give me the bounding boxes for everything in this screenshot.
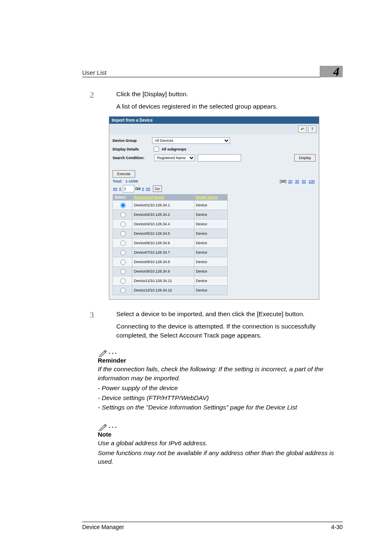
page-size-100[interactable]: 100 xyxy=(309,179,315,183)
table-row: Device09/10.128.34.9Device xyxy=(113,267,228,276)
row-registered-name: Device09/10.128.34.9 xyxy=(132,267,194,276)
reminder-icon: ... xyxy=(98,345,343,357)
page-size-50[interactable]: 50 xyxy=(302,179,306,183)
page-footer: Device Manager 4-30 xyxy=(82,522,343,530)
row-registered-name: Device02/10.128.34.2 xyxy=(132,210,194,220)
row-radio[interactable] xyxy=(120,250,126,255)
row-model-name: Device xyxy=(194,267,227,276)
device-group-label: Device Group xyxy=(113,139,150,143)
screenshot-toolbar: ↶ ? xyxy=(109,124,319,134)
col-model-name[interactable]: Model Name xyxy=(194,194,227,201)
step2-line1: Click the [Display] button. xyxy=(116,90,343,99)
note-icon: ... xyxy=(98,419,343,431)
row-registered-name: Device04/10.128.34.4 xyxy=(132,220,194,229)
row-model-name: Device xyxy=(194,276,227,286)
screenshot-results: Execute Total: 1-10/99 [10] 20 30 50 100 xyxy=(109,167,319,299)
row-registered-name: Device05/10.128.34.5 xyxy=(132,229,194,238)
back-button[interactable]: ↶ xyxy=(298,125,307,133)
reminder-b2: - Device settings (FTP/HTTP/WebDAV) xyxy=(98,393,343,402)
all-subgroups-label: All subgroups xyxy=(161,147,187,151)
device-table: Select Registered Name Model Name Device… xyxy=(113,194,228,295)
row-model-name: Device xyxy=(194,248,227,257)
row-radio[interactable] xyxy=(120,231,126,236)
page-size-20[interactable]: 20 xyxy=(288,179,292,183)
row-radio[interactable] xyxy=(120,222,126,227)
display-details-label: Display Details xyxy=(113,147,150,151)
row-model-name: Device xyxy=(194,201,227,210)
table-row: Device04/10.128.34.4Device xyxy=(113,220,228,229)
pager-current-input[interactable] xyxy=(123,185,134,192)
note-p2: Some functions may not be available if a… xyxy=(98,449,343,466)
chapter-number: 4 xyxy=(333,65,339,79)
page-size-links: [10] 20 30 50 100 xyxy=(280,179,316,183)
screenshot-import-from-device: Import from a Device ↶ ? Device Group Al… xyxy=(109,116,319,300)
row-model-name: Device xyxy=(194,220,227,229)
row-model-name: Device xyxy=(194,229,227,238)
table-row: Device11/10.128.34.11Device xyxy=(113,276,228,286)
search-condition-select[interactable]: Registered Name xyxy=(154,155,195,161)
search-input[interactable] xyxy=(198,154,241,162)
row-registered-name: Device06/10.128.34.6 xyxy=(132,238,194,248)
step3-line1: Select a device to be imported, and then… xyxy=(116,310,343,319)
execute-button[interactable]: Execute xyxy=(113,170,135,178)
step-number-2: 2 xyxy=(82,90,116,114)
reminder-block: ... Reminder If the connection fails, ch… xyxy=(98,345,343,412)
reminder-p1: If the connection fails, check the follo… xyxy=(98,365,343,382)
row-registered-name: Device12/10.128.34.12 xyxy=(132,286,194,295)
row-radio[interactable] xyxy=(120,203,126,208)
pager: << < /10 > >> Go xyxy=(113,185,316,192)
row-model-name: Device xyxy=(194,257,227,267)
total-range: 1-10/99 xyxy=(125,179,138,183)
page-size-30[interactable]: 30 xyxy=(295,179,299,183)
footer-page: 4-30 xyxy=(331,524,343,530)
note-block: ... Note Use a global address for IPv6 a… xyxy=(98,419,343,466)
note-heading: Note xyxy=(98,430,343,439)
screenshot-form: Device Group All Devices Display Details… xyxy=(109,134,319,167)
table-row: Device01/10.128.34.1Device xyxy=(113,201,228,210)
row-radio[interactable] xyxy=(120,269,126,274)
all-subgroups-checkbox[interactable] xyxy=(154,146,159,152)
pager-first[interactable]: << xyxy=(113,187,118,191)
pager-last[interactable]: >> xyxy=(146,187,150,191)
reminder-heading: Reminder xyxy=(98,356,343,365)
help-button[interactable]: ? xyxy=(308,125,316,133)
row-radio[interactable] xyxy=(120,278,126,284)
pager-go-button[interactable]: Go xyxy=(153,185,162,192)
pager-next[interactable]: > xyxy=(142,187,144,191)
pager-prev[interactable]: < xyxy=(119,187,121,191)
row-registered-name: Device01/10.128.34.1 xyxy=(132,201,194,210)
chapter-tab: 4 xyxy=(320,66,343,77)
col-select: Select xyxy=(113,194,132,201)
table-row: Device08/10.128.34.8Device xyxy=(113,257,228,267)
row-registered-name: Device08/10.128.34.8 xyxy=(132,257,194,267)
row-radio[interactable] xyxy=(120,240,126,246)
table-row: Device12/10.128.34.12Device xyxy=(113,286,228,295)
search-condition-label: Search Condition: xyxy=(113,156,152,160)
reminder-b3: - Settings on the "Device Information Se… xyxy=(98,403,343,412)
table-row: Device07/10.128.34.7Device xyxy=(113,248,228,257)
step-2: 2 Click the [Display] button. A list of … xyxy=(82,90,343,114)
section-title: User List xyxy=(82,69,106,76)
row-radio[interactable] xyxy=(120,212,126,217)
row-model-name: Device xyxy=(194,286,227,295)
pager-of: /10 xyxy=(135,187,141,191)
step3-line2: Connecting to the device is attempted. I… xyxy=(116,322,343,340)
screenshot-title: Import from a Device xyxy=(109,117,319,124)
page-size-10[interactable]: 10 xyxy=(281,179,285,183)
row-model-name: Device xyxy=(194,238,227,248)
step-3: 3 Select a device to be imported, and th… xyxy=(82,310,343,343)
col-registered-name[interactable]: Registered Name xyxy=(132,194,194,201)
note-p1: Use a global address for IPv6 address. xyxy=(98,439,343,448)
row-model-name: Device xyxy=(194,210,227,220)
page-header: User List 4 xyxy=(82,66,343,77)
footer-product: Device Manager xyxy=(82,524,124,530)
reminder-b1: - Power supply of the device xyxy=(98,384,343,393)
table-row: Device06/10.128.34.6Device xyxy=(113,238,228,248)
row-radio[interactable] xyxy=(120,259,126,265)
row-radio[interactable] xyxy=(120,288,126,293)
step2-line2: A list of devices registered in the sele… xyxy=(116,102,343,111)
device-group-select[interactable]: All Devices xyxy=(152,137,230,144)
table-row: Device02/10.128.34.2Device xyxy=(113,210,228,220)
display-button[interactable]: Display xyxy=(294,154,316,162)
table-row: Device05/10.128.34.5Device xyxy=(113,229,228,238)
